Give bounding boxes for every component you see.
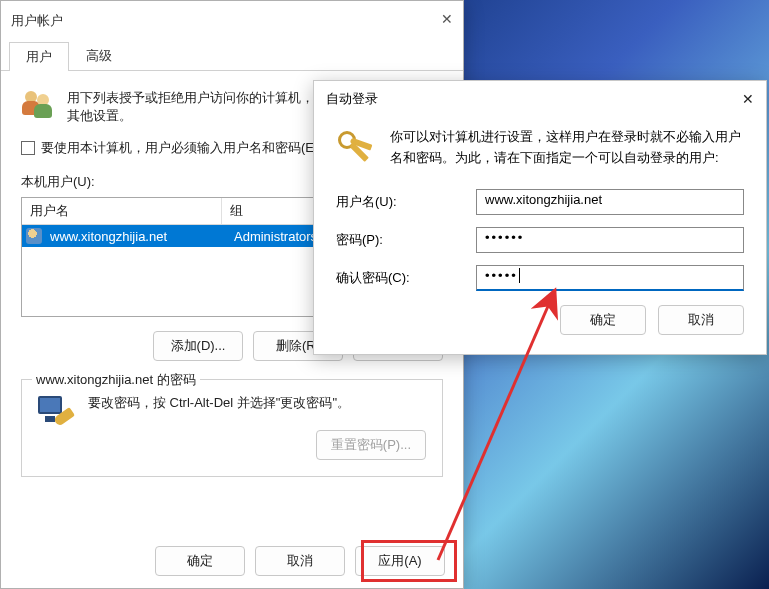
auto-intro-text: 你可以对计算机进行设置，这样用户在登录时就不必输入用户名和密码。为此，请在下面指… <box>390 127 744 169</box>
close-icon[interactable]: ✕ <box>441 11 453 27</box>
tab-advanced[interactable]: 高级 <box>69 41 129 70</box>
auto-login-body: 你可以对计算机进行设置，这样用户在登录时就不必输入用户名和密码。为此，请在下面指… <box>314 117 766 335</box>
cancel-button[interactable]: 取消 <box>255 546 345 576</box>
ok-button[interactable]: 确定 <box>560 305 646 335</box>
users-icon <box>21 89 55 123</box>
tab-users[interactable]: 用户 <box>9 42 69 71</box>
confirm-label: 确认密码(C): <box>336 269 476 287</box>
keys-icon <box>336 127 376 167</box>
titlebar: 自动登录 ✕ <box>314 81 766 117</box>
reset-password-button[interactable]: 重置密码(P)... <box>316 430 426 460</box>
password-legend: www.xitongzhijia.net 的密码 <box>32 371 200 389</box>
text-cursor <box>519 268 520 283</box>
confirm-input[interactable]: ••••• <box>476 265 744 291</box>
cell-username: www.xitongzhijia.net <box>42 227 226 246</box>
ok-button[interactable]: 确定 <box>155 546 245 576</box>
close-icon[interactable]: ✕ <box>742 91 754 107</box>
username-label: 用户名(U): <box>336 193 476 211</box>
password-fieldset: www.xitongzhijia.net 的密码 要改密码，按 Ctrl-Alt… <box>21 379 443 477</box>
tab-strip: 用户 高级 <box>1 41 463 71</box>
auto-login-dialog: 自动登录 ✕ 你可以对计算机进行设置，这样用户在登录时就不必输入用户名和密码。为… <box>313 80 767 355</box>
username-row: 用户名(U): www.xitongzhijia.net <box>336 189 744 215</box>
add-button[interactable]: 添加(D)... <box>153 331 243 361</box>
key-monitor-icon <box>38 394 74 430</box>
apply-button[interactable]: 应用(A) <box>355 546 445 576</box>
password-label: 密码(P): <box>336 231 476 249</box>
password-hint: 要改密码，按 Ctrl-Alt-Del 并选择"更改密码"。 <box>88 394 426 412</box>
window-title: 用户帐户 <box>11 12 63 30</box>
dialog-title: 自动登录 <box>326 90 378 108</box>
confirm-row: 确认密码(C): ••••• <box>336 265 744 291</box>
cancel-button[interactable]: 取消 <box>658 305 744 335</box>
checkbox-icon[interactable] <box>21 141 35 155</box>
dialog-buttons: 确定 取消 应用(A) <box>155 546 445 576</box>
auto-intro: 你可以对计算机进行设置，这样用户在登录时就不必输入用户名和密码。为此，请在下面指… <box>336 127 744 169</box>
user-icon <box>26 228 42 244</box>
auto-dialog-buttons: 确定 取消 <box>336 305 744 335</box>
col-username[interactable]: 用户名 <box>22 198 222 224</box>
password-input[interactable]: •••••• <box>476 227 744 253</box>
require-password-label: 要使用本计算机，用户必须输入用户名和密码(E) <box>41 139 318 157</box>
username-input[interactable]: www.xitongzhijia.net <box>476 189 744 215</box>
titlebar: 用户帐户 ✕ <box>1 1 463 41</box>
password-row: 密码(P): •••••• <box>336 227 744 253</box>
